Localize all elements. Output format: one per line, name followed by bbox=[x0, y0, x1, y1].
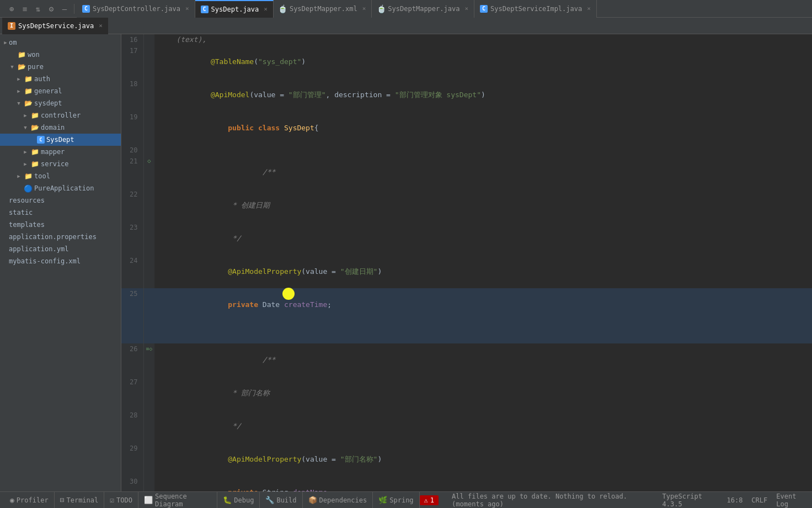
tool-sequence[interactable]: ⬜ Sequence Diagram bbox=[138, 492, 217, 509]
expand-icon-won bbox=[9, 51, 15, 58]
tool-build[interactable]: 🔧 Build bbox=[260, 492, 302, 509]
code-line-28: 28 */ bbox=[121, 410, 812, 443]
sidebar-item-controller[interactable]: ▶ 📁 controller bbox=[0, 109, 121, 121]
sidebar-label-tool: tool bbox=[34, 172, 50, 180]
code-line-30: 30 private String deptName; bbox=[121, 476, 812, 491]
code-line-16: 16 (text), bbox=[121, 34, 812, 45]
tab-close-mapper-java[interactable]: × bbox=[464, 5, 468, 12]
code-line-25: 25 private Date createTime; bbox=[121, 288, 812, 343]
tool-terminal[interactable]: ⊟ Terminal bbox=[55, 492, 105, 509]
sidebar-label-templates: templates bbox=[9, 221, 45, 229]
tool-label-build: Build bbox=[276, 496, 296, 504]
sidebar-item-static[interactable]: static bbox=[0, 207, 121, 219]
sidebar-item-om[interactable]: ▶ om bbox=[0, 36, 121, 49]
tab-serviceimpl[interactable]: C SysDeptServiceImpl.java × bbox=[474, 0, 597, 18]
sidebar-item-mapper[interactable]: ▶ 📁 mapper bbox=[0, 146, 121, 158]
tool-spring[interactable]: 🌿 Spring bbox=[373, 492, 419, 509]
line-code-20 bbox=[154, 145, 812, 156]
line-gutter-29 bbox=[143, 443, 154, 476]
tab-close-service[interactable]: × bbox=[99, 22, 103, 29]
tab-controller[interactable]: C SysDeptController.java × bbox=[77, 0, 195, 18]
sidebar-item-domain[interactable]: ▼ 📂 domain bbox=[0, 121, 121, 134]
sidebar-item-PureApplication[interactable]: 🔵 PureApplication bbox=[0, 182, 121, 194]
expand-icon-general: ▶ bbox=[15, 88, 22, 94]
tool-dependencies[interactable]: 📦 Dependencies bbox=[303, 492, 373, 509]
status-position[interactable]: 16:8 bbox=[726, 496, 742, 504]
tool-profiler[interactable]: ◉ Profiler bbox=[4, 492, 55, 509]
folder-icon-tool: 📁 bbox=[24, 172, 33, 181]
tool-debug[interactable]: 🐛 Debug bbox=[217, 492, 260, 509]
globe-icon[interactable]: ⊕ bbox=[7, 4, 17, 14]
sidebar-label-app-props: application.properties bbox=[9, 233, 97, 241]
tab-mapper-xml[interactable]: 🍵 SysDeptMapper.xml × bbox=[274, 0, 372, 18]
tab-close-sysdept[interactable]: × bbox=[264, 6, 268, 13]
sidebar-item-resources[interactable]: resources bbox=[0, 194, 121, 207]
list-icon[interactable]: ≡ bbox=[20, 4, 30, 14]
status-language[interactable]: TypeScript 4.3.5 bbox=[663, 493, 718, 508]
line-code-28: */ bbox=[154, 410, 812, 443]
tab-mapper-java[interactable]: 🍵 SysDeptMapper.java × bbox=[372, 0, 474, 18]
code-line-19: 19 public class SysDept{ bbox=[121, 112, 812, 145]
line-num-29: 29 bbox=[121, 443, 143, 476]
folder-icon-service: 📁 bbox=[30, 160, 39, 168]
code-table: 16 (text), 17 @TableName("sys_dept") 18 bbox=[121, 34, 812, 491]
settings-icon[interactable]: ⚙ bbox=[46, 4, 56, 14]
sidebar-item-pure[interactable]: ▼ 📂 pure bbox=[0, 61, 121, 73]
tab-service[interactable]: I SysDeptService.java × bbox=[2, 18, 108, 34]
bottom-bar: ◉ Profiler ⊟ Terminal ☑ TODO ⬜ Sequence … bbox=[0, 491, 812, 508]
tab-close-serviceimpl[interactable]: × bbox=[587, 5, 591, 12]
error-icon: ⚠ bbox=[424, 496, 428, 504]
sidebar-item-tool[interactable]: ▶ 📁 tool bbox=[0, 170, 121, 182]
tool-todo[interactable]: ☑ TODO bbox=[104, 492, 138, 509]
sidebar-item-app-yml[interactable]: application.yml bbox=[0, 243, 121, 255]
sidebar-item-templates[interactable]: templates bbox=[0, 219, 121, 231]
sidebar-item-service[interactable]: ▶ 📁 service bbox=[0, 158, 121, 170]
tab-close-mapper-xml[interactable]: × bbox=[362, 5, 366, 12]
sidebar-label-app-yml: application.yml bbox=[9, 245, 68, 253]
line-num-25: 25 bbox=[121, 288, 143, 343]
sidebar-item-SysDept[interactable]: C SysDept bbox=[0, 134, 121, 146]
tool-label-dependencies: Dependencies bbox=[319, 496, 367, 504]
code-line-27: 27 * 部门名称 bbox=[121, 377, 812, 410]
line-gutter-23 bbox=[143, 222, 154, 255]
folder-icon-sysdept: 📂 bbox=[24, 99, 33, 108]
status-encoding[interactable]: CRLF bbox=[751, 496, 767, 504]
sidebar-item-app-props[interactable]: application.properties bbox=[0, 231, 121, 243]
sidebar-label-auth: auth bbox=[34, 75, 50, 83]
sidebar-label-controller: controller bbox=[41, 112, 81, 119]
folder-icon-auth: 📁 bbox=[24, 75, 33, 83]
sidebar-item-general[interactable]: ▶ 📁 general bbox=[0, 85, 121, 97]
sidebar-item-won[interactable]: 📁 won bbox=[0, 49, 121, 61]
sidebar-label-sysdept: sysdept bbox=[34, 99, 62, 107]
toolbar-icons: ⊕ ≡ ⇅ ⚙ — bbox=[2, 4, 74, 14]
line-num-18: 18 bbox=[121, 78, 143, 112]
expand-icon-PureApplication bbox=[15, 185, 22, 192]
sidebar-item-mybatis[interactable]: mybatis-config.xml bbox=[0, 255, 121, 267]
split-icon[interactable]: ⇅ bbox=[33, 4, 43, 14]
line-num-21: 21 bbox=[121, 156, 143, 189]
expand-icon-controller: ▶ bbox=[22, 112, 29, 119]
sidebar-item-sysdept[interactable]: ▼ 📂 sysdept bbox=[0, 97, 121, 109]
line-code-30: private String deptName; bbox=[154, 476, 812, 491]
line-gutter-30 bbox=[143, 476, 154, 491]
tab-label-sysdept: SysDept.java bbox=[211, 6, 259, 13]
bottom-status: ⚠ 1 All files are up to date. Nothing to… bbox=[420, 493, 808, 508]
status-error-badge[interactable]: ⚠ 1 bbox=[420, 495, 439, 505]
tab-close-controller[interactable]: × bbox=[185, 5, 189, 12]
tab-icon-controller: C bbox=[82, 5, 90, 13]
line-code-19: public class SysDept{ bbox=[154, 112, 812, 145]
sidebar-label-static: static bbox=[9, 209, 33, 216]
sidebar-item-auth[interactable]: ▶ 📁 auth bbox=[0, 73, 121, 85]
dependencies-icon: 📦 bbox=[308, 496, 317, 504]
folder-icon-general: 📁 bbox=[24, 87, 33, 96]
tab-sysdept[interactable]: C SysDept.java × bbox=[195, 0, 274, 18]
folder-icon-domain: 📂 bbox=[30, 123, 39, 132]
minimize-icon[interactable]: — bbox=[60, 4, 70, 14]
sidebar-label-PureApplication: PureApplication bbox=[34, 184, 94, 192]
tool-label-debug: Debug bbox=[234, 496, 254, 504]
event-log[interactable]: Event Log bbox=[776, 493, 808, 508]
expand-icon-domain: ▼ bbox=[22, 124, 29, 131]
code-editor[interactable]: 16 (text), 17 @TableName("sys_dept") 18 bbox=[121, 34, 812, 491]
line-gutter-19 bbox=[143, 112, 154, 145]
tool-label-sequence: Sequence Diagram bbox=[155, 493, 211, 508]
